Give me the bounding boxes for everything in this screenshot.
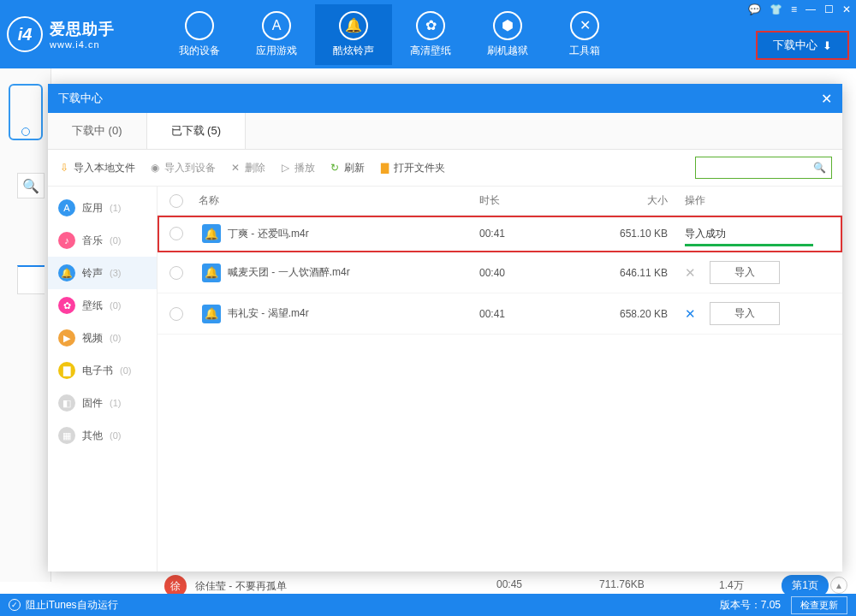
logo-icon: i4 <box>7 16 43 52</box>
tab-downloading[interactable]: 下载中 (0) <box>48 113 147 149</box>
sidebar-item-music[interactable]: ♪音乐(0) <box>48 224 157 257</box>
import-device-button[interactable]: ◉导入到设备 <box>149 161 216 175</box>
logo: i4 爱思助手 www.i4.cn <box>7 16 161 52</box>
ringtone-icon: 🔔 <box>202 305 221 323</box>
download-center-modal: 下载中心 ✕ 下载中 (0) 已下载 (5) ⇩导入本地文件 ◉导入到设备 ✕删… <box>48 84 842 572</box>
bg-search-icon[interactable]: 🔍 <box>17 173 45 198</box>
file-list: 名称 时长 大小 操作 🔔丁爽 - 还爱吗.m4r 00:41 651.10 K… <box>158 187 842 572</box>
delete-button[interactable]: ✕删除 <box>229 161 265 175</box>
device-panel <box>0 68 51 582</box>
modal-title: 下载中心 <box>58 91 103 106</box>
bell-icon: 🔔 <box>58 264 75 281</box>
tab-downloaded[interactable]: 已下载 (5) <box>147 113 247 149</box>
nav-toolbox[interactable]: ✕工具箱 <box>546 4 623 65</box>
nav-ringtones[interactable]: 🔔酷炫铃声 <box>315 4 392 65</box>
select-all-checkbox[interactable] <box>169 194 183 208</box>
file-duration: 00:41 <box>479 228 582 240</box>
download-icon: ⬇ <box>823 39 832 52</box>
sidebar-item-wallpapers[interactable]: ✿壁纸(0) <box>48 289 157 322</box>
video-icon: ▶ <box>58 329 75 346</box>
remove-button[interactable]: ✕ <box>685 306 696 322</box>
col-size: 大小 <box>582 193 685 208</box>
import-button[interactable]: 导入 <box>710 302 780 325</box>
sidebar-item-ebooks[interactable]: ▇电子书(0) <box>48 354 157 387</box>
music-icon: ♪ <box>58 232 75 249</box>
nav-jailbreak[interactable]: ⬢刷机越狱 <box>469 4 546 65</box>
scroll-top-button[interactable]: ▲ <box>830 577 847 594</box>
check-icon: ✓ <box>9 599 21 611</box>
import-icon: ⇩ <box>58 162 70 174</box>
phone-icon[interactable] <box>9 84 43 140</box>
col-duration: 时长 <box>479 193 582 208</box>
status-badge: 导入成功 <box>685 227 813 241</box>
version-label: 版本号：7.05 <box>720 598 781 613</box>
refresh-icon: ↻ <box>329 162 341 174</box>
nav-apps[interactable]: A应用游戏 <box>238 4 315 65</box>
nav-my-device[interactable]: 我的设备 <box>161 4 238 65</box>
download-center-button[interactable]: 下载中心 ⬇ <box>756 31 849 60</box>
itunes-block-toggle[interactable]: 阻止iTunes自动运行 <box>26 598 118 613</box>
sidebar-item-firmware[interactable]: ◧固件(1) <box>48 387 157 419</box>
nav-wallpapers[interactable]: ✿高清壁纸 <box>392 4 469 65</box>
minimize-icon[interactable]: — <box>805 3 816 15</box>
main-nav: 我的设备 A应用游戏 🔔酷炫铃声 ✿高清壁纸 ⬢刷机越狱 ✕工具箱 <box>161 4 623 65</box>
delete-icon: ✕ <box>229 162 241 174</box>
other-icon: ▦ <box>58 427 75 444</box>
app-subtitle: www.i4.cn <box>50 39 115 50</box>
file-name: 韦礼安 - 渴望.m4r <box>228 306 309 321</box>
table-header: 名称 时长 大小 操作 <box>158 187 842 216</box>
track-duration: 00:45 <box>496 578 522 590</box>
table-row[interactable]: 🔔喊麦天团 - 一人饮酒醉.m4r 00:40 646.11 KB ✕导入 <box>158 252 842 293</box>
search-icon: 🔍 <box>813 162 826 174</box>
menu-icon[interactable]: ≡ <box>791 3 797 15</box>
sidebar-item-other[interactable]: ▦其他(0) <box>48 419 157 452</box>
track-size: 711.76KB <box>599 578 645 590</box>
feedback-icon[interactable]: 💬 <box>748 3 761 15</box>
file-size: 646.11 KB <box>582 267 685 279</box>
ringtone-icon: 🔔 <box>202 264 221 282</box>
modal-close-button[interactable]: ✕ <box>821 91 832 107</box>
sidebar-item-videos[interactable]: ▶视频(0) <box>48 322 157 354</box>
file-name: 喊麦天团 - 一人饮酒醉.m4r <box>228 265 350 280</box>
table-row[interactable]: 🔔丁爽 - 还爱吗.m4r 00:41 651.10 KB 导入成功 <box>158 216 842 252</box>
modal-tabs: 下载中 (0) 已下载 (5) <box>48 113 842 150</box>
check-update-button[interactable]: 检查更新 <box>791 596 847 614</box>
modal-header: 下载中心 ✕ <box>48 84 842 113</box>
close-icon[interactable]: ✕ <box>842 3 851 15</box>
file-size: 651.10 KB <box>582 228 685 240</box>
open-folder-button[interactable]: ▇打开文件夹 <box>378 161 445 175</box>
window-controls: 💬 👕 ≡ — ☐ ✕ <box>748 3 851 15</box>
box-icon: ⬢ <box>493 11 522 40</box>
row-checkbox[interactable] <box>169 227 183 240</box>
file-duration: 00:41 <box>479 308 582 320</box>
file-duration: 00:40 <box>479 267 582 279</box>
import-local-button[interactable]: ⇩导入本地文件 <box>58 161 135 175</box>
bg-tab[interactable] <box>17 265 45 294</box>
flower-icon: ✿ <box>416 11 445 40</box>
app-header: i4 爱思助手 www.i4.cn 我的设备 A应用游戏 🔔酷炫铃声 ✿高清壁纸… <box>0 0 856 68</box>
refresh-button[interactable]: ↻刷新 <box>329 161 365 175</box>
wallpaper-icon: ✿ <box>58 297 75 314</box>
app-icon: A <box>58 199 75 216</box>
sidebar-item-apps[interactable]: A应用(1) <box>48 192 157 224</box>
skin-icon[interactable]: 👕 <box>770 3 782 15</box>
sidebar-item-ringtones[interactable]: 🔔铃声(3) <box>48 257 157 289</box>
maximize-icon[interactable]: ☐ <box>824 3 834 15</box>
folder-icon: ▇ <box>378 162 390 174</box>
import-button[interactable]: 导入 <box>710 261 780 284</box>
track-name: 徐佳莹 - 不要再孤单 <box>195 579 287 594</box>
track-plays: 1.4万 <box>719 578 744 593</box>
play-button[interactable]: ▷播放 <box>279 161 315 175</box>
search-input[interactable]: 🔍 <box>695 157 832 179</box>
bell-icon: 🔔 <box>339 11 368 40</box>
table-row[interactable]: 🔔韦礼安 - 渴望.m4r 00:41 658.20 KB ✕导入 <box>158 293 842 335</box>
app-title: 爱思助手 <box>50 19 115 39</box>
row-checkbox[interactable] <box>169 266 183 280</box>
appstore-icon: A <box>262 11 291 40</box>
remove-button[interactable]: ✕ <box>685 265 696 281</box>
file-name: 丁爽 - 还爱吗.m4r <box>228 227 309 241</box>
row-checkbox[interactable] <box>169 307 183 321</box>
play-icon: ▷ <box>279 162 291 174</box>
wrench-icon: ✕ <box>570 11 599 40</box>
file-size: 658.20 KB <box>582 308 685 320</box>
